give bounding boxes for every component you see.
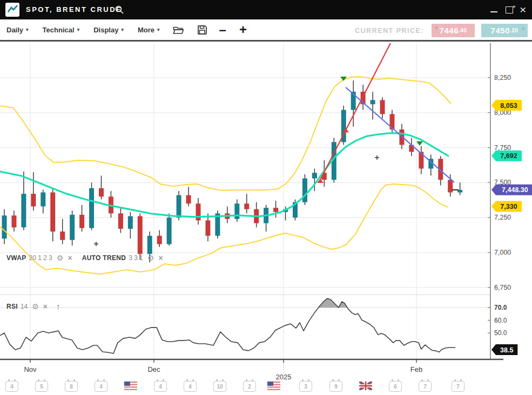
time-axis-label: Feb	[410, 365, 422, 373]
event-calendar-icon[interactable]: 9	[329, 381, 342, 392]
price-tick-label: 6,750	[494, 284, 511, 291]
event-calendar-icon[interactable]: 4	[154, 381, 167, 392]
arrow-up-icon: ▲	[521, 25, 526, 31]
search-icon[interactable]	[115, 5, 124, 17]
event-calendar-icon[interactable]: 4	[95, 381, 107, 392]
rsi-params: 14	[21, 303, 28, 310]
indicator-labels-row: VWAP 20 1 2 3 ⚙ × AUTO TREND 3 3 1 ⚙ ×	[6, 254, 163, 262]
event-calendar-row: 45844410239677	[0, 380, 532, 395]
event-calendar-icon[interactable]: 10	[213, 381, 226, 392]
candle-bear	[205, 220, 210, 236]
popout-icon: +	[506, 6, 513, 13]
ask-price-badge: 7450.20 ▲	[481, 24, 528, 37]
rsi-settings-gear-icon[interactable]: ⚙	[32, 303, 39, 310]
auto-trend-remove-icon[interactable]: ×	[158, 255, 163, 261]
popout-button[interactable]: +	[506, 0, 513, 19]
rsi-label-row: RSI 14 ⚙ × ↑	[6, 302, 60, 311]
auto-trend-params: 3 3 1	[129, 254, 143, 262]
bid-price-main: 7446	[440, 26, 459, 35]
close-icon: ×	[520, 4, 526, 15]
menu-display[interactable]: Display▾	[93, 26, 124, 34]
rsi-move-up-icon[interactable]: ↑	[56, 302, 60, 311]
us-flag-icon[interactable]	[124, 382, 137, 390]
candle-bull	[302, 179, 307, 202]
rsi-label: RSI	[6, 303, 18, 310]
rsi-tick-label: 70.0	[494, 304, 507, 311]
vwap-remove-icon[interactable]: ×	[68, 255, 72, 261]
price-chart[interactable]: 8,2508,0007,7507,5007,2507,0006,75070.06…	[0, 0, 532, 395]
rsi-panel	[0, 298, 455, 353]
menu-technical[interactable]: Technical▾	[43, 26, 80, 34]
candle-bull	[89, 188, 94, 228]
auto-trend-down-line[interactable]	[346, 87, 454, 182]
vwap-label: VWAP	[6, 254, 26, 262]
popout-plus-icon: +	[513, 3, 516, 10]
menu-display-label: Display	[93, 26, 118, 34]
candle-bear	[244, 203, 249, 209]
minimize-icon	[490, 11, 497, 12]
vwap-params: 20 1 2 3	[29, 254, 52, 262]
candle-bear	[186, 195, 191, 204]
candle-bull	[70, 215, 75, 240]
candle-bull	[147, 236, 152, 254]
event-calendar-icon[interactable]: 7	[452, 381, 464, 392]
rsi-line	[0, 298, 455, 353]
zoom-in-button[interactable]: +	[239, 24, 247, 35]
auto-trend-up-line[interactable]	[320, 43, 390, 180]
price-badge-7330-label: 7,330	[500, 203, 517, 210]
event-calendar-icon[interactable]: 5	[35, 381, 48, 392]
candle-bull	[21, 194, 26, 227]
candle-bear	[118, 213, 123, 229]
menu-technical-label: Technical	[43, 26, 75, 34]
sell-signal-marker	[416, 141, 423, 146]
candle-bull	[312, 173, 317, 178]
candle-bear	[79, 215, 84, 228]
arrow-down-icon: ▼	[434, 25, 439, 31]
chevron-down-icon: ▾	[121, 27, 124, 32]
time-axis-label: Nov	[24, 365, 37, 373]
candle-bear	[11, 215, 16, 227]
close-button[interactable]: ×	[520, 0, 526, 19]
price-badge-7692-label: 7,692	[500, 152, 517, 160]
zoom-out-button[interactable]: –	[219, 24, 226, 35]
auto-trend-label: AUTO TREND	[82, 254, 126, 262]
uk-flag-icon[interactable]	[359, 382, 372, 390]
menu-daily[interactable]: Daily▾	[6, 26, 29, 34]
event-calendar-icon[interactable]: 6	[389, 381, 402, 392]
chevron-down-icon: ▾	[157, 27, 160, 32]
bid-price-decimals: .40	[459, 28, 467, 33]
us-flag-icon[interactable]	[267, 382, 280, 390]
rsi-tick-label: 50.0	[494, 329, 507, 337]
menu-daily-label: Daily	[6, 26, 23, 34]
candle-bear	[31, 194, 36, 206]
chevron-down-icon: ▾	[26, 27, 29, 32]
rsi-overbought-area	[0, 298, 455, 353]
open-folder-icon[interactable]	[173, 25, 184, 35]
candle-bear	[99, 188, 104, 197]
minimize-button[interactable]	[490, 0, 497, 19]
window-title: SPOT, BRENT CRUDE	[26, 5, 122, 13]
event-calendar-icon[interactable]: 4	[184, 381, 197, 392]
app-window: { "window": { "title": "SPOT, BRENT CRUD…	[0, 0, 532, 395]
time-axis-label: Dec	[147, 365, 160, 373]
event-calendar-icon[interactable]: 3	[299, 381, 312, 392]
event-calendar-icon[interactable]: 7	[419, 381, 432, 392]
candle-bear	[60, 231, 65, 240]
candle-bull	[177, 195, 181, 217]
rsi-remove-icon[interactable]: ×	[43, 303, 48, 310]
auto-trend-settings-gear-icon[interactable]: ⚙	[147, 255, 154, 261]
vwap-line	[0, 133, 448, 217]
event-calendar-icon[interactable]: 8	[65, 381, 78, 392]
candle-bear	[50, 193, 55, 232]
candle-bull	[371, 100, 375, 104]
event-calendar-icon[interactable]: 2	[243, 381, 256, 392]
candle-bear	[157, 236, 162, 244]
vwap-settings-gear-icon[interactable]: ⚙	[57, 255, 64, 261]
candle-bull	[128, 216, 133, 229]
save-icon[interactable]	[197, 25, 207, 35]
candle-bear	[380, 100, 385, 114]
menu-more[interactable]: More▾	[138, 26, 160, 34]
chevron-down-icon: ▾	[77, 27, 80, 32]
bid-price-badge: ▼ 7446.40	[432, 24, 475, 37]
event-calendar-icon[interactable]: 4	[5, 381, 18, 392]
